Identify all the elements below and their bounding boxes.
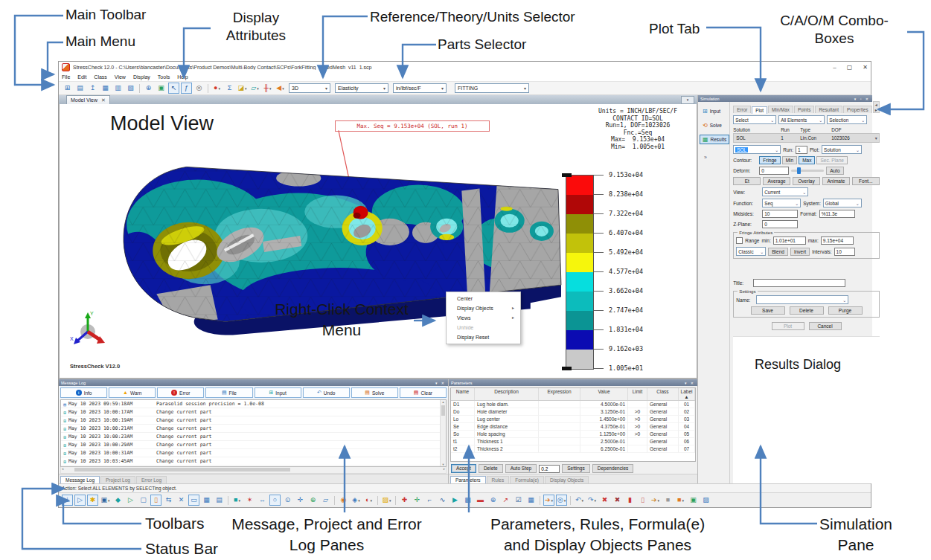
parameters-table[interactable]: NameDescriptionExpressionValueLimitClass… — [450, 387, 696, 462]
undo-icon[interactable]: ↶▾ — [574, 495, 585, 506]
step-size-field[interactable]: 0.2 — [539, 465, 560, 473]
fringe-style-combo[interactable]: Classic — [736, 247, 766, 256]
menu-class[interactable]: Class — [94, 74, 107, 80]
layout-grid-icon[interactable]: ▥ — [112, 83, 124, 94]
delete-button[interactable]: Delete — [479, 464, 503, 473]
average-button[interactable]: Average — [763, 177, 790, 185]
layout-split-icon[interactable]: ▧ — [125, 83, 136, 94]
tab-minmax[interactable]: Min/Max — [768, 106, 793, 113]
expand-rail-button[interactable]: » — [704, 155, 707, 160]
title-bar[interactable]: StressCheck 12.0 - C:\Users\blancaster\D… — [59, 62, 871, 73]
solution-row[interactable]: SOL1Lin.Con1023026 ▾ — [733, 133, 880, 143]
pane-controls-icons[interactable]: ▾ ✕ — [685, 381, 695, 385]
delete-geom-icon[interactable]: ✕ — [176, 495, 187, 506]
max-button[interactable]: Max — [799, 156, 815, 164]
deform-field[interactable]: 0 — [759, 167, 789, 175]
tab-list-dropdown-icon[interactable]: ▾ — [681, 96, 694, 104]
input-button[interactable]: ⊞Input — [700, 106, 723, 116]
file-filter-button[interactable]: ▤File — [205, 387, 252, 398]
range-checkbox[interactable] — [736, 237, 743, 244]
delete-settings-button[interactable]: Delete — [790, 306, 824, 315]
accept-button[interactable]: Accept — [451, 464, 476, 473]
pan-icon[interactable]: ▱ — [320, 495, 331, 506]
blend-button[interactable]: Blend — [768, 248, 788, 256]
menu-file[interactable]: File — [62, 74, 70, 80]
spark-icon[interactable]: ✶ — [244, 495, 255, 506]
check-icon[interactable]: ☑ — [513, 495, 524, 506]
sheet-icon[interactable]: ▣ — [156, 83, 167, 94]
cancel-button[interactable]: Cancel — [809, 322, 842, 330]
log-entry[interactable]: ⊞May 10 2023 10:00:17AMChange current pa… — [61, 408, 446, 416]
tab-project-log[interactable]: Project Log — [100, 476, 135, 483]
tab-message-log[interactable]: Message Log — [60, 476, 100, 483]
open-part-icon[interactable]: ▷ — [125, 495, 136, 506]
caom-combo-0[interactable]: Select — [733, 115, 776, 124]
menu-edit[interactable]: Edit — [77, 74, 86, 80]
deform-slider[interactable] — [791, 170, 824, 172]
param-row-Se[interactable]: SeEdge distance4.3750e-01>0General04 — [451, 423, 695, 431]
log-entry[interactable]: ⊞May 10 2023 10:03:45AMChange current pa… — [61, 457, 446, 466]
table-icon[interactable]: ▦ — [525, 495, 537, 506]
log-entry[interactable]: ▤May 10 2023 09:59:18AMParasolid session… — [61, 400, 446, 408]
column-header-class[interactable]: Class — [647, 388, 679, 400]
overlay-button[interactable]: Overlay — [793, 177, 820, 185]
curve-icon[interactable]: ∿ — [437, 495, 448, 506]
copy-icon[interactable]: ▢ — [138, 495, 149, 506]
menu-view[interactable]: View — [115, 74, 126, 80]
tab-scroll-arrows[interactable]: ◂ ▸ — [873, 101, 880, 113]
context-menu-item-display-reset[interactable]: Display Reset — [447, 332, 520, 342]
info-filter-button[interactable]: iInfo — [60, 387, 107, 398]
context-menu-item-views[interactable]: Views▸ — [447, 313, 520, 323]
imprint-tool-icon[interactable]: ✱ — [87, 495, 98, 506]
purge-button[interactable]: Purge — [828, 306, 863, 315]
param-row-So[interactable]: SoHole spacing1.1250e+00>0General05 — [451, 431, 695, 438]
save-button[interactable]: Save — [751, 306, 785, 315]
body-tool-icon[interactable]: ▣▾ — [100, 495, 111, 506]
plot-combo[interactable]: Solution — [822, 145, 862, 154]
target-icon[interactable]: ◉ — [338, 495, 349, 506]
warn-filter-button[interactable]: ▲Warn — [109, 387, 156, 398]
log-entry[interactable]: ⊞May 10 2023 10:00:31AMChange current pa… — [61, 449, 446, 457]
log-list[interactable]: ▤May 10 2023 09:59:18AMParasolid session… — [60, 399, 447, 467]
simulation-pane-titlebar[interactable]: Simulation ▾ ▫ ✕ — [698, 95, 872, 102]
circle-select-icon[interactable]: ○ — [269, 495, 281, 506]
solid-icon[interactable]: ■▾ — [231, 495, 243, 506]
auto-step-button[interactable]: Auto Step — [505, 464, 537, 473]
gray-box-icon[interactable]: ■ — [662, 495, 674, 506]
point-tool-icon[interactable]: ⊥ — [62, 495, 73, 506]
animate-button[interactable]: Animate — [822, 177, 850, 185]
select-arrow-icon[interactable]: ↖ — [168, 83, 179, 94]
model-view-tab[interactable]: Model View ✕ — [66, 95, 110, 104]
formula-icon[interactable]: ƒ — [181, 83, 192, 94]
contact-pairs-icon[interactable]: ╫▾ — [262, 83, 273, 94]
pick-icon[interactable]: ➔▾ — [650, 495, 661, 506]
tab-error[interactable]: Error — [733, 106, 751, 113]
sum-icon[interactable]: Σ — [224, 83, 235, 94]
new-project-icon[interactable]: ⊞ — [62, 83, 73, 94]
tab-error-log[interactable]: Error Log — [136, 476, 167, 483]
tab-display-objects[interactable]: Display Objects — [545, 476, 589, 483]
play-icon[interactable]: ▶ — [449, 495, 461, 506]
log-entry[interactable]: ⊞May 10 2023 10:00:23AMChange current pa… — [61, 433, 446, 441]
blank-icon[interactable]: ▭ — [188, 495, 199, 506]
theory-combo[interactable]: Elasticity — [335, 83, 388, 93]
param-row-D1[interactable]: D1Lug hole diam.4.5000e-01General01 — [451, 401, 695, 408]
plot-button[interactable]: Plot — [772, 322, 804, 330]
solution-combo[interactable]: SOL — [733, 145, 781, 154]
settings-target-icon[interactable]: ◎ — [193, 83, 205, 94]
copy-doc-icon[interactable]: ▯ — [637, 495, 648, 506]
min-button[interactable]: Min — [782, 156, 797, 164]
undo-filter-button[interactable]: ↶Undo — [303, 387, 350, 398]
orbit-icon[interactable]: ⊕ — [487, 495, 499, 506]
menu-tools[interactable]: Tools — [158, 74, 170, 80]
measure-icon[interactable]: ↗ — [500, 495, 511, 506]
log-entry[interactable]: ⊞May 10 2023 10:00:21AMChange current pa… — [61, 425, 446, 433]
menu-display[interactable]: Display — [133, 74, 150, 80]
tab-points[interactable]: Points — [794, 106, 815, 113]
caom-combo-1[interactable]: All Elements — [778, 115, 825, 124]
column-header-expression[interactable]: Expression — [539, 388, 580, 400]
run-field[interactable]: 1 — [796, 146, 807, 154]
element-display-icon[interactable]: ▱▾ — [249, 83, 260, 94]
grid-icon[interactable]: ▩ — [462, 495, 473, 506]
log-vertical-scrollbar[interactable]: ▲▼ — [440, 400, 446, 466]
